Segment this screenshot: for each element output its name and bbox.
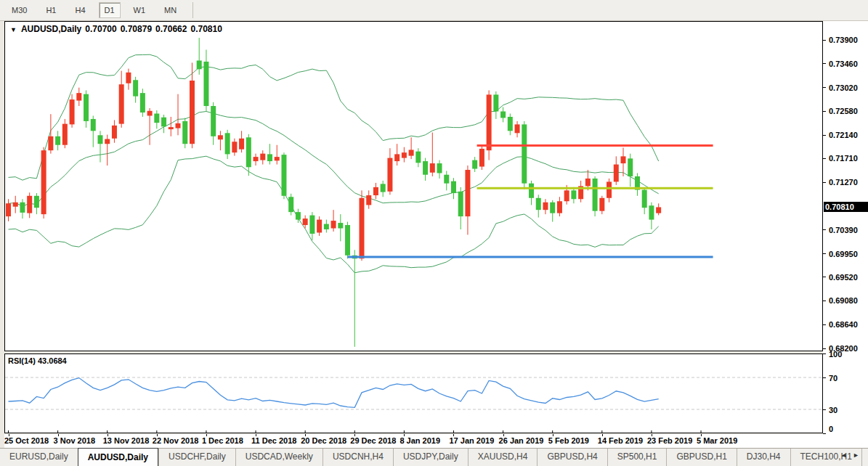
chart-tab-eurusd-daily[interactable]: EURUSD,Daily — [0, 449, 78, 466]
candle-body — [190, 81, 195, 144]
candle-body — [571, 190, 576, 199]
rsi-axis-tick-mark — [823, 377, 826, 378]
rsi-value: 43.0684 — [38, 356, 67, 365]
rsi-axis-label: 70 — [829, 374, 837, 383]
tab-scroll-left-icon[interactable]: ◄ — [840, 451, 853, 459]
timeframe-button-h1[interactable]: H1 — [40, 2, 62, 18]
candle-body — [437, 163, 442, 173]
chart-tab-gbpusd-h4[interactable]: GBPUSD,H4 — [537, 449, 607, 466]
chart-tab-sp500-h1[interactable]: SP500,H1 — [607, 449, 667, 466]
candle-body — [309, 216, 315, 234]
candle-body — [140, 93, 145, 113]
candle-body — [564, 190, 569, 201]
candle-body — [176, 123, 181, 128]
price-axis-tick — [823, 135, 826, 136]
candle-body — [112, 126, 117, 139]
chart-tab-usdchf-daily[interactable]: USDCHF,Daily — [158, 449, 235, 466]
candle-body — [543, 203, 548, 210]
price-axis-label: 0.69520 — [829, 273, 858, 282]
candle-body — [373, 187, 378, 195]
candle-body — [211, 106, 216, 136]
price-axis-tick — [823, 87, 826, 88]
candle-body — [409, 150, 414, 155]
candle-body — [246, 137, 251, 167]
candle-body — [515, 124, 520, 133]
timeframe-button-d1[interactable]: D1 — [99, 2, 121, 18]
candle-body — [472, 160, 477, 169]
candle-body — [161, 118, 166, 127]
candle-body — [317, 220, 322, 233]
candle-body — [621, 156, 626, 163]
candle-body — [381, 184, 386, 192]
high-value: 0.70879 — [121, 24, 152, 34]
chart-area[interactable]: ▼AUDUSD,Daily0.707000.708790.706620.7081… — [4, 21, 823, 433]
price-axis-label: 0.70390 — [829, 226, 858, 234]
candle-body — [557, 201, 562, 213]
candle-body — [105, 139, 110, 144]
price-pane[interactable] — [5, 22, 823, 351]
rsi-axis-label: 0 — [829, 425, 833, 433]
pane-splitter[interactable] — [4, 351, 823, 353]
rsi-axis-label: 30 — [829, 406, 837, 414]
date-axis-label: 13 Nov 2018 — [103, 436, 150, 445]
chart-tab-audusd-daily[interactable]: AUDUSD,Daily — [78, 448, 158, 466]
chart-tab-usdcad-weekly[interactable]: USDCAD,Weekly — [235, 449, 323, 466]
price-axis-label: 0.72140 — [829, 131, 858, 139]
date-axis-label: 11 Dec 2018 — [251, 436, 296, 445]
price-axis-tick — [823, 301, 826, 301]
chart-tab-gbpusd-h1[interactable]: GBPUSD,H1 — [666, 449, 736, 466]
rsi-indicator-label: RSI(14) 43.0684 — [8, 356, 67, 365]
date-axis-label: 5 Mar 2019 — [697, 436, 737, 445]
candle-body — [338, 223, 343, 228]
candle-body — [508, 117, 513, 131]
date-axis-label: 23 Feb 2019 — [647, 436, 692, 445]
price-axis-tick — [823, 182, 826, 183]
timeframe-button-m30[interactable]: M30 — [6, 2, 33, 18]
candle-body — [239, 139, 244, 150]
timeframe-button-h4[interactable]: H4 — [69, 2, 91, 18]
candle-body — [345, 225, 350, 256]
candle-body — [458, 192, 463, 216]
chart-menu-icon[interactable]: ▼ — [10, 26, 17, 33]
current-price-badge: 0.70810 — [824, 202, 868, 212]
date-axis-label: 26 Jan 2019 — [499, 436, 544, 445]
candle-body — [500, 111, 506, 118]
candle-body — [154, 113, 159, 123]
price-axis-tick — [823, 158, 826, 159]
rsi-axis-tick-mark — [823, 409, 826, 410]
chart-tab-usdcnh-h4[interactable]: USDCNH,H4 — [323, 449, 393, 466]
chart-tab-usdjpy-daily[interactable]: USDJPY,Daily — [393, 449, 468, 466]
candle-body — [225, 133, 230, 154]
candle-body — [41, 150, 46, 214]
rsi-axis-tick-mark — [823, 433, 826, 434]
candle-body — [324, 224, 329, 229]
price-axis-label: 0.71270 — [829, 178, 858, 187]
candle-body — [288, 197, 293, 212]
candle-body — [423, 161, 428, 175]
chart-tab-xauusd-h4[interactable]: XAUUSD,H4 — [468, 449, 538, 466]
candle-body — [331, 221, 336, 228]
candle-body — [253, 157, 259, 161]
candle-body — [126, 73, 131, 83]
candle-body — [649, 205, 654, 219]
chart-tab-dj30-h4[interactable]: DJ30,H4 — [737, 449, 790, 466]
candlestick-chart[interactable] — [4, 21, 823, 433]
close-value: 0.70810 — [190, 24, 222, 34]
price-axis-label: 0.71710 — [829, 154, 858, 163]
candle-body — [642, 190, 647, 208]
low-value: 0.70662 — [155, 24, 187, 34]
date-axis-label: 14 Feb 2019 — [598, 436, 643, 445]
candle-body — [536, 198, 541, 210]
candle-body — [303, 218, 308, 225]
candle-body — [48, 136, 53, 150]
price-axis-tick — [823, 40, 826, 41]
candle-body — [34, 196, 39, 208]
price-axis-label: 0.69950 — [829, 250, 858, 258]
timeframe-button-mn[interactable]: MN — [158, 2, 182, 18]
price-axis-tick — [823, 111, 826, 112]
rsi-pane[interactable] — [5, 354, 823, 433]
timeframe-button-w1[interactable]: W1 — [128, 2, 152, 18]
candle-body — [20, 203, 25, 213]
tab-scroll-right-icon[interactable]: ► — [853, 451, 865, 459]
candle-body — [260, 154, 265, 160]
